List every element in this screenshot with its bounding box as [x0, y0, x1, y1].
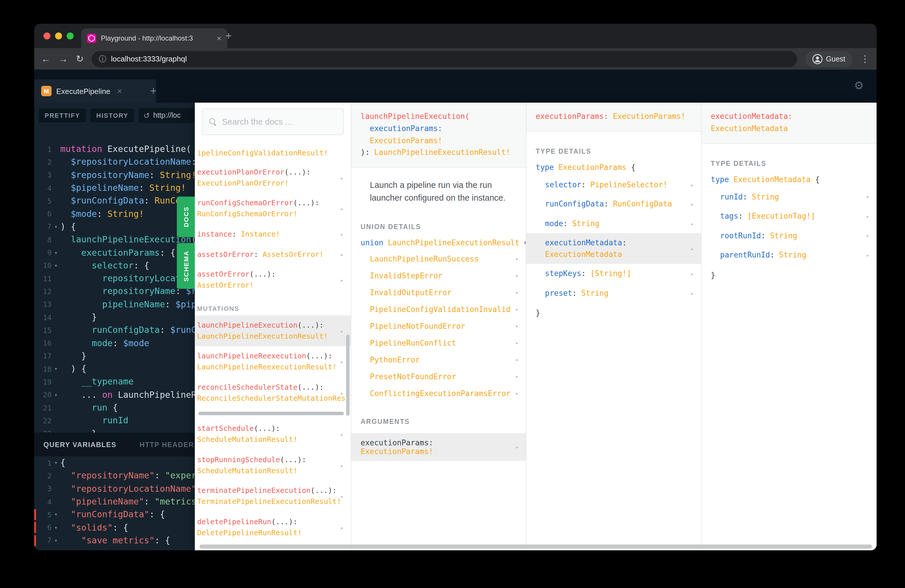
query-editor[interactable]: 1mutation ExecutePipeline(2 $repositoryL… [34, 143, 195, 432]
line-number: 17 [34, 352, 52, 361]
token: "save metrics" [81, 535, 154, 546]
type-field[interactable]: parentRunId: String▸ [702, 245, 876, 265]
tab-close-icon[interactable]: × [217, 33, 221, 43]
type-field[interactable]: runConfigData: RunConfigData▸ [526, 195, 701, 214]
horizontal-scrollbar[interactable] [198, 412, 344, 415]
endpoint-input[interactable]: ↺ http://loc [139, 108, 195, 123]
fold-arrow-icon[interactable]: ▾ [52, 250, 60, 256]
code-line: 7▾ "save metrics": { [34, 534, 195, 547]
doc-item[interactable]: startSchedule(...):ScheduleMutationResul… [195, 419, 351, 450]
token: String! [149, 183, 186, 193]
fold-arrow-icon[interactable]: ▾ [52, 366, 60, 372]
doc-item[interactable]: assetOrError(...): AssetOrError!▸ [195, 265, 351, 296]
fold-arrow-icon[interactable]: ▾ [52, 392, 60, 398]
browser-tab[interactable]: Playground - http://localhost:3 × [81, 29, 227, 48]
doc-item[interactable]: runConfigSchemaOrError(...):RunConfigSch… [195, 193, 351, 224]
new-tab-button[interactable]: + [225, 30, 232, 42]
type-field[interactable]: stepKeys: [String!]▸ [526, 264, 701, 284]
line-number: 2 [34, 472, 52, 480]
window-minimize-button[interactable] [55, 32, 62, 40]
window-zoom-button[interactable] [67, 32, 74, 40]
union-member[interactable]: PipelineConfigValidationInvalid▸ [351, 301, 526, 318]
union-member[interactable]: PresetNotFoundError▸ [351, 368, 526, 385]
union-member[interactable]: PipelineRunConflict▸ [351, 334, 526, 351]
token [60, 522, 71, 532]
fold-arrow-icon[interactable]: ▾ [52, 460, 60, 466]
code-line: 15 runConfigData: $runConfigData [34, 324, 195, 337]
fold-arrow-icon[interactable]: ▾ [52, 537, 60, 544]
fold-arrow-icon[interactable]: ▾ [52, 512, 60, 518]
address-bar[interactable]: ⓘ localhost:3333/graphql [92, 51, 797, 67]
line-number: 1 [34, 458, 52, 467]
reload-schema-icon[interactable]: ↺ [143, 111, 150, 120]
type-field[interactable]: mode: String▸ [526, 214, 701, 234]
chevron-right-icon: ▸ [515, 390, 519, 396]
vertical-scrollbar[interactable] [346, 335, 349, 416]
horizontal-scrollbar[interactable] [199, 545, 872, 548]
docs-side-tab[interactable]: DOCS [177, 197, 195, 237]
reload-button[interactable]: ↻ [76, 53, 84, 64]
line-number: 20 [34, 391, 52, 399]
union-member[interactable]: PipelineNotFoundError▸ [351, 318, 526, 334]
error-marker [34, 535, 36, 546]
prettify-button[interactable]: PRETTIFY [39, 108, 86, 122]
doc-item[interactable]: stopRunningSchedule(...):ScheduleMutatio… [195, 450, 351, 481]
chevron-right-icon: ▸ [515, 256, 519, 262]
fold-arrow-icon[interactable]: ▾ [52, 263, 60, 269]
profile-button[interactable]: Guest [805, 51, 852, 67]
docs-column-field: launchPipelineExecution( executionParams… [351, 103, 526, 550]
doc-item-partial[interactable]: ipelineConfigValidationResult! [195, 147, 351, 162]
fold-arrow-icon[interactable]: ▾ [52, 524, 60, 530]
field-args: (...): [272, 517, 297, 526]
settings-gear-icon[interactable]: ⚙ [854, 79, 864, 92]
playground-new-tab-button[interactable]: + [150, 85, 157, 97]
space [586, 269, 591, 278]
docs-search[interactable]: Search the docs ... [202, 108, 344, 135]
type-field[interactable]: preset: String▸ [526, 284, 701, 303]
variables-editor[interactable]: 1▾{2 "repositoryName": "exper3 "reposito… [34, 456, 195, 550]
argument-row[interactable]: executionParams: ExecutionParams!▸ [351, 433, 526, 461]
type-field[interactable]: tags: [ExecutionTag!]▸ [702, 207, 876, 226]
type-fields: selector: PipelineSelector!▸runConfigDat… [526, 175, 701, 303]
schema-side-tab[interactable]: SCHEMA [177, 243, 195, 289]
doc-item[interactable]: executionPlanOrError(...):ExecutionPlanO… [195, 162, 351, 193]
type-field[interactable]: rootRunId: String▸ [702, 226, 876, 245]
token: LaunchPipelineRunSuccess { [118, 390, 195, 400]
type-name: ScheduleMutationResult! [197, 466, 297, 475]
union-member[interactable]: PythonError▸ [351, 351, 526, 368]
union-member[interactable]: InvalidOutputError▸ [351, 284, 526, 301]
doc-item[interactable]: deletePipelineRun(...):DeletePipelineRun… [195, 512, 351, 543]
union-member[interactable]: ConflictingExecutionParamsError▸ [351, 385, 526, 402]
doc-item[interactable]: instance: Instance!▸ [195, 224, 351, 245]
doc-item[interactable]: terminatePipelineExecution(...):Terminat… [195, 481, 351, 512]
code-text: runId [60, 415, 129, 426]
doc-item[interactable]: reconcileSchedulerState(...):ReconcileSc… [195, 378, 351, 408]
colon: : [563, 219, 568, 228]
union-member[interactable]: LaunchPipelineRunSuccess▸ [351, 250, 526, 267]
forward-button[interactable]: → [59, 54, 68, 64]
site-info-icon[interactable]: ⓘ [99, 54, 106, 64]
fold-arrow-icon[interactable]: ▾ [52, 224, 60, 230]
type-field[interactable]: executionMetadata:ExecutionMetadata▸ [526, 234, 701, 264]
browser-menu-icon[interactable]: ⋮ [861, 53, 870, 64]
back-button[interactable]: ← [41, 54, 51, 64]
type-field[interactable]: runId: String▸ [702, 187, 876, 207]
type-field[interactable]: selector: PipelineSelector!▸ [526, 175, 701, 195]
code-line: 9▾ executionParams: { [34, 246, 195, 259]
union-member[interactable]: InvalidStepError▸ [351, 267, 526, 284]
code-line: 6▾ "solids": { [34, 521, 195, 534]
doc-item[interactable]: assetsOrError: AssetsOrError!▸ [195, 245, 351, 265]
window-close-button[interactable] [43, 32, 51, 40]
type-name: ipelineConfigValidationResult! [197, 148, 328, 157]
scrollbar-thumb[interactable] [199, 545, 872, 548]
playground-tab[interactable]: M ExecutePipeline × [34, 79, 156, 103]
doc-item[interactable]: launchPipelineReexecution(...):LaunchPip… [195, 346, 351, 378]
history-button[interactable]: HISTORY [90, 108, 134, 122]
chevron-right-icon: ▸ [340, 358, 344, 366]
code-line: 13 pipelineName: $pipelineName [34, 298, 195, 311]
doc-item[interactable]: launchPipelineExecution(...):LaunchPipel… [195, 315, 351, 346]
tab-http-headers[interactable]: HTTP HEADERS [140, 440, 195, 448]
tab-query-variables[interactable]: QUERY VARIABLES [43, 440, 116, 448]
playground-tab-close-icon[interactable]: × [117, 86, 122, 96]
line-number: 9 [34, 248, 52, 257]
